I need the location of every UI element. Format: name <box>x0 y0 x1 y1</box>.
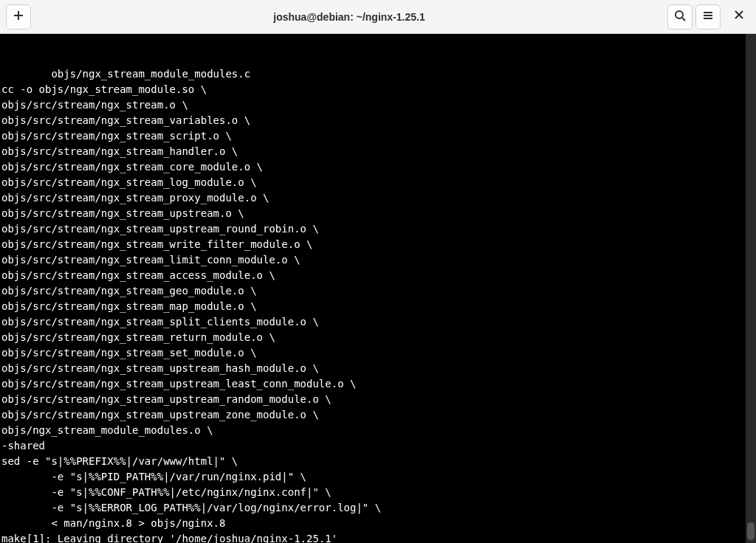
hamburger-icon <box>702 10 714 24</box>
menu-button[interactable] <box>695 4 721 30</box>
svg-point-2 <box>676 11 683 18</box>
titlebar-right <box>667 4 750 30</box>
window-title: joshua@debian: ~/nginx-1.25.1 <box>31 11 667 23</box>
svg-line-3 <box>682 18 685 21</box>
plus-icon <box>13 10 24 24</box>
titlebar-left <box>6 4 31 30</box>
search-button[interactable] <box>667 4 693 30</box>
terminal-output: objs/ngx_stream_module_modules.c cc -o o… <box>1 66 755 543</box>
close-button[interactable] <box>728 6 750 28</box>
close-icon <box>733 9 745 24</box>
search-icon <box>674 10 686 24</box>
terminal-area[interactable]: objs/ngx_stream_module_modules.c cc -o o… <box>0 34 756 543</box>
new-tab-button[interactable] <box>6 4 31 30</box>
scrollbar-thumb[interactable] <box>747 522 755 540</box>
scrollbar-track[interactable] <box>746 34 756 543</box>
titlebar: joshua@debian: ~/nginx-1.25.1 <box>0 0 756 34</box>
